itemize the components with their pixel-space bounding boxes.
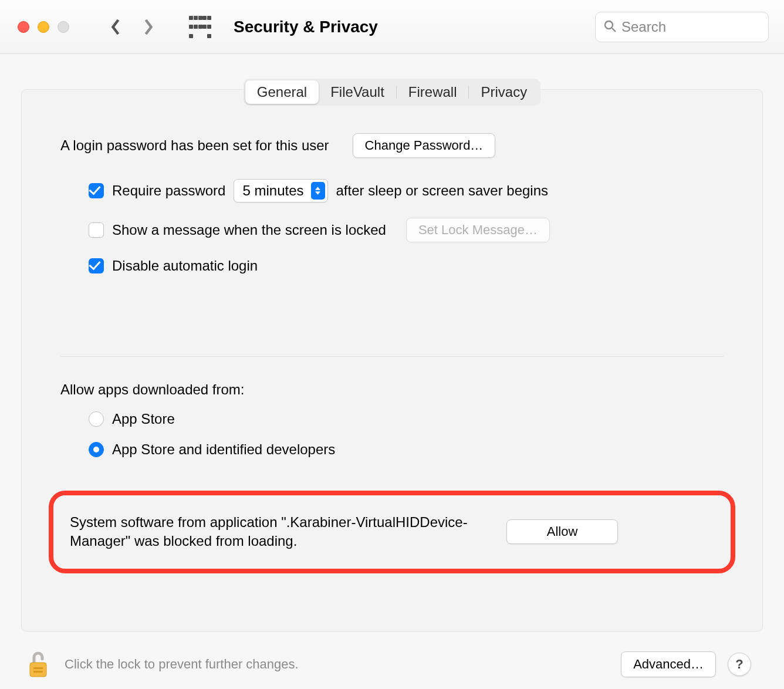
disable-auto-login-checkbox[interactable]: [89, 258, 104, 273]
show-message-row: Show a message when the screen is locked…: [89, 218, 724, 242]
window-title: Security & Privacy: [234, 18, 378, 36]
login-options: Require password 5 minutes after sleep o…: [60, 179, 724, 280]
svg-rect-5: [33, 667, 43, 669]
gatekeeper-identified-label: App Store and identified developers: [112, 441, 335, 458]
login-password-row: A login password has been set for this u…: [60, 133, 724, 158]
body: General FileVault Firewall Privacy A log…: [0, 54, 784, 689]
svg-marker-2: [315, 187, 320, 190]
svg-rect-4: [30, 663, 46, 677]
tab-bar: General FileVault Firewall Privacy: [21, 79, 763, 106]
help-button[interactable]: ?: [728, 653, 751, 676]
gatekeeper-identified-radio[interactable]: [89, 442, 104, 457]
require-password-delay-value: 5 minutes: [242, 183, 303, 199]
require-password-checkbox[interactable]: [89, 183, 104, 198]
svg-point-0: [605, 21, 613, 29]
tab-general[interactable]: General: [245, 80, 319, 104]
gatekeeper-heading: Allow apps downloaded from:: [60, 381, 724, 398]
require-password-prefix: Require password: [112, 183, 225, 199]
tab-filevault[interactable]: FileVault: [319, 80, 396, 104]
require-password-row: Require password 5 minutes after sleep o…: [89, 179, 724, 202]
svg-rect-6: [33, 671, 43, 673]
lock-icon[interactable]: [23, 646, 53, 683]
advanced-button[interactable]: Advanced…: [621, 651, 716, 677]
lock-description: Click the lock to prevent further change…: [65, 657, 299, 672]
gatekeeper-app-store-radio[interactable]: [89, 411, 104, 427]
login-password-status: A login password has been set for this u…: [60, 137, 329, 154]
gatekeeper-section: Allow apps downloaded from: App Store Ap…: [60, 381, 724, 464]
gatekeeper-app-store-label: App Store: [112, 411, 175, 427]
require-password-suffix: after sleep or screen saver begins: [336, 183, 549, 199]
stepper-icon: [311, 182, 325, 200]
gatekeeper-identified-row: App Store and identified developers: [89, 441, 724, 458]
minimize-window-button[interactable]: [38, 21, 49, 33]
show-all-prefs-button[interactable]: [189, 16, 211, 38]
tab-firewall[interactable]: Firewall: [397, 80, 469, 104]
blocked-software-message: System software from application ".Karab…: [70, 513, 492, 551]
search-field-wrap: [595, 12, 769, 42]
show-message-checkbox[interactable]: [89, 222, 104, 238]
svg-marker-3: [315, 191, 320, 194]
divider: [60, 356, 724, 357]
forward-button: [141, 13, 156, 40]
back-button[interactable]: [108, 13, 123, 40]
disable-auto-login-label: Disable automatic login: [112, 258, 258, 274]
allow-button[interactable]: Allow: [506, 519, 618, 544]
set-lock-message-button: Set Lock Message…: [406, 218, 550, 242]
window-controls: [18, 21, 69, 33]
search-icon: [603, 19, 617, 35]
toolbar: Security & Privacy: [0, 0, 784, 54]
search-field[interactable]: [595, 12, 769, 42]
show-message-label: Show a message when the screen is locked: [112, 222, 386, 238]
disable-auto-login-row: Disable automatic login: [89, 258, 724, 274]
general-panel: A login password has been set for this u…: [21, 89, 763, 631]
close-window-button[interactable]: [18, 21, 29, 33]
tab-privacy[interactable]: Privacy: [469, 80, 539, 104]
svg-line-1: [612, 28, 616, 32]
gatekeeper-app-store-row: App Store: [89, 411, 724, 427]
change-password-button[interactable]: Change Password…: [353, 133, 496, 158]
nav-arrows: [108, 13, 156, 40]
blocked-software-notice: System software from application ".Karab…: [49, 491, 735, 573]
zoom-window-button: [58, 21, 69, 33]
search-input[interactable]: [621, 19, 761, 35]
require-password-delay-popup[interactable]: 5 minutes: [234, 179, 327, 202]
footer: Click the lock to prevent further change…: [21, 631, 763, 689]
